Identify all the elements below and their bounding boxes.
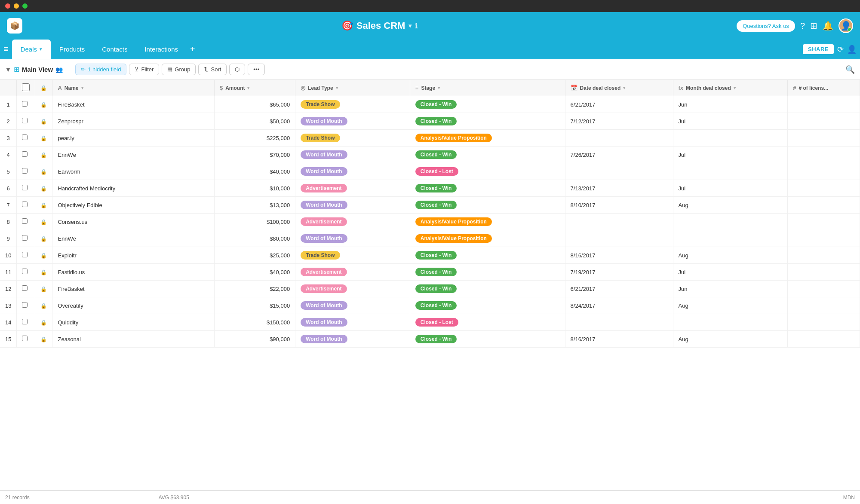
row-checkbox-cell[interactable] bbox=[17, 230, 35, 247]
th-num-licenses[interactable]: # # of licens... bbox=[788, 80, 860, 96]
row-select-checkbox[interactable] bbox=[22, 168, 28, 174]
group-button[interactable]: ▤ Group bbox=[162, 64, 196, 75]
table-row[interactable]: 3 🔒 pear.ly $225,000 Trade Show Analysis… bbox=[0, 130, 860, 147]
row-select-checkbox[interactable] bbox=[22, 319, 28, 324]
row-checkbox-cell[interactable] bbox=[17, 214, 35, 230]
row-select-checkbox[interactable] bbox=[22, 185, 28, 190]
row-checkbox-cell[interactable] bbox=[17, 113, 35, 130]
row-name[interactable]: Exploitr bbox=[52, 247, 214, 264]
row-name[interactable]: EnnWe bbox=[52, 230, 214, 247]
help-icon[interactable]: ? bbox=[800, 21, 805, 31]
row-checkbox-cell[interactable] bbox=[17, 163, 35, 180]
table-row[interactable]: 1 🔒 FireBasket $65,000 Trade Show Closed… bbox=[0, 96, 860, 113]
table-row[interactable]: 2 🔒 Zenprospr $50,000 Word of Mouth Clos… bbox=[0, 113, 860, 130]
select-all-checkbox[interactable] bbox=[22, 83, 30, 91]
close-button[interactable] bbox=[5, 3, 10, 9]
hidden-fields-button[interactable]: ✏ 1 hidden field bbox=[75, 64, 126, 75]
tab-products-label: Products bbox=[59, 46, 85, 53]
th-name[interactable]: A Name ▾ bbox=[52, 80, 214, 96]
row-checkbox-cell[interactable] bbox=[17, 180, 35, 197]
th-checkbox[interactable] bbox=[17, 80, 35, 96]
search-button[interactable]: 🔍 bbox=[845, 65, 855, 74]
more-options-button[interactable]: ••• bbox=[248, 64, 265, 75]
row-select-checkbox[interactable] bbox=[22, 269, 28, 274]
table-row[interactable]: 10 🔒 Exploitr $25,000 Trade Show Closed … bbox=[0, 247, 860, 264]
row-select-checkbox[interactable] bbox=[22, 302, 28, 308]
th-month-deal-closed[interactable]: fx Month deal closed ▾ bbox=[673, 80, 788, 96]
nav-users-icon[interactable]: 👤 bbox=[847, 45, 857, 54]
export-button[interactable]: ⬡ bbox=[229, 64, 245, 75]
row-select-checkbox[interactable] bbox=[22, 151, 28, 157]
table-row[interactable]: 9 🔒 EnnWe $80,000 Word of Mouth Analysis… bbox=[0, 230, 860, 247]
row-select-checkbox[interactable] bbox=[22, 118, 28, 123]
avatar[interactable]: 👤 bbox=[838, 18, 853, 33]
th-amount[interactable]: $ Amount ▾ bbox=[214, 80, 295, 96]
th-lead-type[interactable]: ◎ Lead Type ▾ bbox=[295, 80, 410, 96]
fullscreen-button[interactable] bbox=[22, 3, 28, 9]
table-row[interactable]: 8 🔒 Consens.us $100,000 Advertisement An… bbox=[0, 214, 860, 230]
table-row[interactable]: 12 🔒 FireBasket $22,000 Advertisement Cl… bbox=[0, 281, 860, 297]
row-select-checkbox[interactable] bbox=[22, 336, 28, 341]
row-select-checkbox[interactable] bbox=[22, 252, 28, 257]
row-select-checkbox[interactable] bbox=[22, 134, 28, 140]
row-name[interactable]: Overeatify bbox=[52, 297, 214, 314]
row-checkbox-cell[interactable] bbox=[17, 314, 35, 331]
sort-button[interactable]: ⇅ Sort bbox=[198, 64, 227, 75]
row-lead-type: Advertisement bbox=[295, 281, 410, 297]
row-name[interactable]: Zenprospr bbox=[52, 113, 214, 130]
apps-grid-icon[interactable]: ⊞ bbox=[810, 21, 817, 31]
row-name[interactable]: FireBasket bbox=[52, 96, 214, 113]
filter-button[interactable]: ⊻ Filter bbox=[129, 64, 159, 75]
row-name[interactable]: Zeasonal bbox=[52, 331, 214, 348]
th-stage[interactable]: ≡ Stage ▾ bbox=[410, 80, 565, 96]
info-icon[interactable]: ℹ bbox=[415, 22, 418, 30]
row-name[interactable]: Consens.us bbox=[52, 214, 214, 230]
table-row[interactable]: 4 🔒 EnnWe $70,000 Word of Mouth Closed -… bbox=[0, 147, 860, 163]
row-select-checkbox[interactable] bbox=[22, 101, 28, 107]
row-checkbox-cell[interactable] bbox=[17, 331, 35, 348]
table-row[interactable]: 5 🔒 Earworm $40,000 Word of Mouth Closed… bbox=[0, 163, 860, 180]
row-date: 6/21/2017 bbox=[565, 281, 673, 297]
table-row[interactable]: 15 🔒 Zeasonal $90,000 Word of Mouth Clos… bbox=[0, 331, 860, 348]
table-row[interactable]: 14 🔒 Quiddity $150,000 Word of Mouth Clo… bbox=[0, 314, 860, 331]
row-name[interactable]: Handcrafted Mediocrity bbox=[52, 180, 214, 197]
row-select-checkbox[interactable] bbox=[22, 285, 28, 291]
row-name[interactable]: EnnWe bbox=[52, 147, 214, 163]
tab-products[interactable]: Products bbox=[51, 40, 93, 59]
row-select-checkbox[interactable] bbox=[22, 218, 28, 224]
row-checkbox-cell[interactable] bbox=[17, 197, 35, 214]
row-checkbox-cell[interactable] bbox=[17, 96, 35, 113]
row-name[interactable]: Earworm bbox=[52, 163, 214, 180]
history-icon[interactable]: ⟳ bbox=[837, 45, 844, 54]
row-checkbox-cell[interactable] bbox=[17, 147, 35, 163]
row-checkbox-cell[interactable] bbox=[17, 297, 35, 314]
th-date-deal-closed[interactable]: 📅 Date deal closed ▾ bbox=[565, 80, 673, 96]
row-checkbox-cell[interactable] bbox=[17, 130, 35, 147]
row-name[interactable]: Objectively Edible bbox=[52, 197, 214, 214]
add-tab-button[interactable]: + bbox=[187, 44, 199, 54]
tab-interactions[interactable]: Interactions bbox=[136, 40, 187, 59]
row-name[interactable]: Fastidio.us bbox=[52, 264, 214, 281]
row-name[interactable]: pear.ly bbox=[52, 130, 214, 147]
table-row[interactable]: 13 🔒 Overeatify $15,000 Word of Mouth Cl… bbox=[0, 297, 860, 314]
hamburger-menu-icon[interactable]: ≡ bbox=[3, 44, 9, 54]
collapse-button[interactable]: ▼ bbox=[5, 66, 11, 73]
share-button[interactable]: SHARE bbox=[803, 44, 834, 54]
row-select-checkbox[interactable] bbox=[22, 202, 28, 207]
table-row[interactable]: 7 🔒 Objectively Edible $13,000 Word of M… bbox=[0, 197, 860, 214]
row-checkbox-cell[interactable] bbox=[17, 281, 35, 297]
row-name[interactable]: Quiddity bbox=[52, 314, 214, 331]
row-checkbox-cell[interactable] bbox=[17, 247, 35, 264]
table-row[interactable]: 11 🔒 Fastidio.us $40,000 Advertisement C… bbox=[0, 264, 860, 281]
ask-us-button[interactable]: Questions? Ask us bbox=[737, 20, 795, 32]
row-select-checkbox[interactable] bbox=[22, 235, 28, 241]
row-licenses bbox=[788, 331, 860, 348]
minimize-button[interactable] bbox=[14, 3, 19, 9]
table-row[interactable]: 6 🔒 Handcrafted Mediocrity $10,000 Adver… bbox=[0, 180, 860, 197]
row-checkbox-cell[interactable] bbox=[17, 264, 35, 281]
title-dropdown[interactable]: ▾ bbox=[408, 22, 412, 29]
row-name[interactable]: FireBasket bbox=[52, 281, 214, 297]
notifications-icon[interactable]: 🔔 bbox=[823, 21, 833, 31]
tab-contacts[interactable]: Contacts bbox=[93, 40, 136, 59]
tab-deals[interactable]: Deals ▾ bbox=[12, 40, 51, 59]
